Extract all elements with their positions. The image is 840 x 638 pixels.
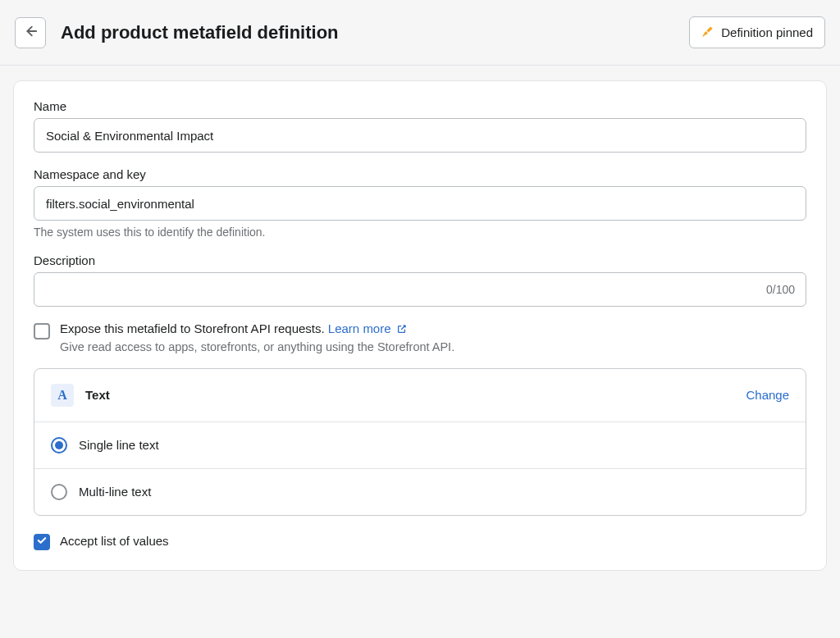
expose-api-checkbox[interactable] bbox=[34, 323, 50, 340]
radio-single-line[interactable]: Single line text bbox=[34, 422, 806, 468]
namespace-input[interactable] bbox=[34, 186, 806, 221]
radio-multi-line[interactable]: Multi-line text bbox=[34, 468, 806, 515]
namespace-help-text: The system uses this to identify the def… bbox=[34, 226, 806, 239]
pin-icon bbox=[701, 25, 714, 40]
type-header: A Text Change bbox=[34, 369, 806, 422]
text-type-icon: A bbox=[51, 384, 74, 407]
accept-list-row: Accept list of values bbox=[34, 532, 806, 550]
namespace-field-group: Namespace and key The system uses this t… bbox=[34, 167, 806, 239]
description-field-group: Description 0/100 bbox=[34, 253, 806, 307]
expose-api-label: Expose this metafield to Storefront API … bbox=[60, 321, 806, 337]
radio-multi-line-input[interactable] bbox=[51, 484, 67, 500]
definition-pinned-button[interactable]: Definition pinned bbox=[689, 16, 825, 48]
expose-api-row: Expose this metafield to Storefront API … bbox=[34, 321, 806, 353]
page-title: Add product metafield definition bbox=[61, 22, 689, 43]
expose-api-label-text: Expose this metafield to Storefront API … bbox=[60, 321, 328, 335]
name-label: Name bbox=[34, 99, 806, 113]
external-link-icon bbox=[396, 323, 407, 337]
expose-api-subtext: Give read access to apps, storefronts, o… bbox=[60, 340, 806, 353]
radio-single-line-input[interactable] bbox=[51, 437, 67, 453]
back-button[interactable] bbox=[15, 17, 46, 48]
accept-list-label: Accept list of values bbox=[60, 534, 169, 548]
type-name: Text bbox=[85, 388, 746, 402]
page-container: Add product metafield definition Definit… bbox=[0, 0, 840, 571]
check-icon bbox=[36, 535, 48, 549]
learn-more-link[interactable]: Learn more bbox=[328, 321, 407, 335]
description-label: Description bbox=[34, 253, 806, 267]
arrow-left-icon bbox=[23, 24, 38, 41]
accept-list-checkbox[interactable] bbox=[34, 534, 50, 550]
type-card: A Text Change Single line text Multi-lin… bbox=[34, 368, 806, 516]
change-type-button[interactable]: Change bbox=[746, 388, 789, 402]
namespace-label: Namespace and key bbox=[34, 167, 806, 181]
radio-single-line-label: Single line text bbox=[79, 438, 159, 452]
svg-text:A: A bbox=[57, 388, 67, 402]
name-field-group: Name bbox=[34, 99, 806, 153]
name-input[interactable] bbox=[34, 118, 806, 153]
description-input[interactable] bbox=[34, 272, 806, 307]
pin-button-label: Definition pinned bbox=[721, 25, 813, 39]
page-header: Add product metafield definition Definit… bbox=[0, 0, 840, 66]
radio-multi-line-label: Multi-line text bbox=[79, 485, 151, 499]
definition-card: Name Namespace and key The system uses t… bbox=[13, 80, 827, 571]
